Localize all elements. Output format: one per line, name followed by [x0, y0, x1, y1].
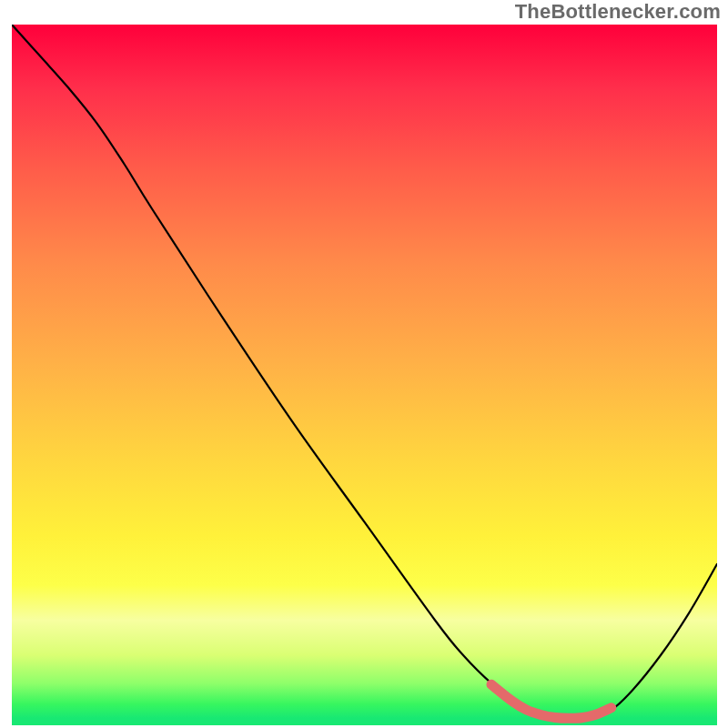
optimal-range-highlight: [491, 684, 612, 718]
curve-layer: [12, 25, 717, 725]
chart-container: TheBottlenecker.com: [0, 0, 728, 728]
bottleneck-curve: [12, 25, 717, 719]
plot-area: [12, 25, 717, 725]
attribution-text: TheBottlenecker.com: [515, 0, 721, 24]
